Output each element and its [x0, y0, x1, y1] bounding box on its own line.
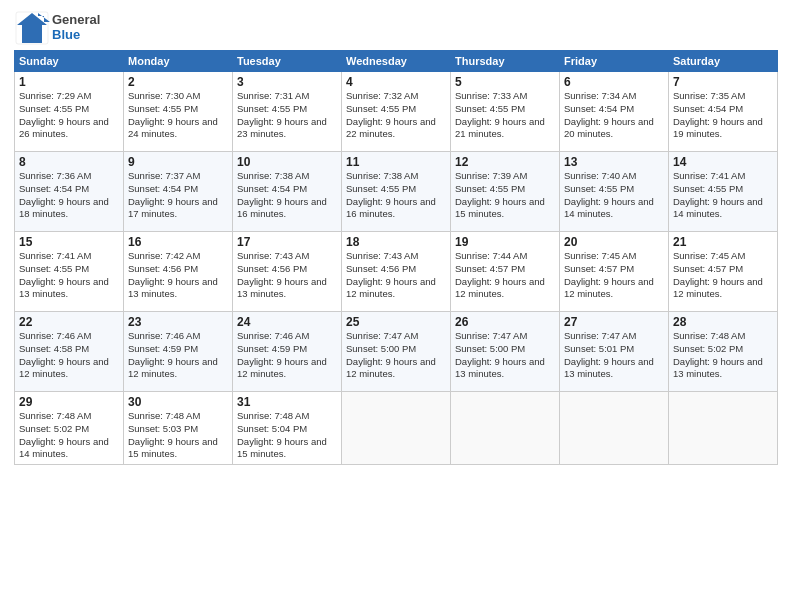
- calendar-cell: 28 Sunrise: 7:48 AM Sunset: 5:02 PM Dayl…: [669, 312, 778, 392]
- calendar-cell: 19 Sunrise: 7:44 AM Sunset: 4:57 PM Dayl…: [451, 232, 560, 312]
- day-number: 4: [346, 75, 446, 89]
- logo-inner: General Blue: [14, 10, 100, 46]
- day-info: Sunrise: 7:48 AM Sunset: 5:03 PM Dayligh…: [128, 410, 228, 461]
- day-number: 12: [455, 155, 555, 169]
- day-number: 2: [128, 75, 228, 89]
- day-info: Sunrise: 7:40 AM Sunset: 4:55 PM Dayligh…: [564, 170, 664, 221]
- calendar-cell: 14 Sunrise: 7:41 AM Sunset: 4:55 PM Dayl…: [669, 152, 778, 232]
- day-info: Sunrise: 7:39 AM Sunset: 4:55 PM Dayligh…: [455, 170, 555, 221]
- calendar-cell: 30 Sunrise: 7:48 AM Sunset: 5:03 PM Dayl…: [124, 392, 233, 465]
- day-number: 29: [19, 395, 119, 409]
- day-info: Sunrise: 7:38 AM Sunset: 4:55 PM Dayligh…: [346, 170, 446, 221]
- calendar-cell: 3 Sunrise: 7:31 AM Sunset: 4:55 PM Dayli…: [233, 72, 342, 152]
- calendar-header-monday: Monday: [124, 51, 233, 72]
- day-number: 26: [455, 315, 555, 329]
- day-number: 1: [19, 75, 119, 89]
- day-number: 31: [237, 395, 337, 409]
- day-number: 7: [673, 75, 773, 89]
- day-info: Sunrise: 7:43 AM Sunset: 4:56 PM Dayligh…: [237, 250, 337, 301]
- day-number: 23: [128, 315, 228, 329]
- calendar-header-saturday: Saturday: [669, 51, 778, 72]
- day-number: 13: [564, 155, 664, 169]
- calendar-cell: 18 Sunrise: 7:43 AM Sunset: 4:56 PM Dayl…: [342, 232, 451, 312]
- calendar-header-wednesday: Wednesday: [342, 51, 451, 72]
- day-info: Sunrise: 7:43 AM Sunset: 4:56 PM Dayligh…: [346, 250, 446, 301]
- page: General Blue SundayMondayTuesdayWednesda…: [0, 0, 792, 612]
- calendar-cell: 4 Sunrise: 7:32 AM Sunset: 4:55 PM Dayli…: [342, 72, 451, 152]
- day-info: Sunrise: 7:48 AM Sunset: 5:02 PM Dayligh…: [673, 330, 773, 381]
- day-number: 19: [455, 235, 555, 249]
- calendar-cell: 7 Sunrise: 7:35 AM Sunset: 4:54 PM Dayli…: [669, 72, 778, 152]
- day-info: Sunrise: 7:45 AM Sunset: 4:57 PM Dayligh…: [673, 250, 773, 301]
- day-info: Sunrise: 7:37 AM Sunset: 4:54 PM Dayligh…: [128, 170, 228, 221]
- day-info: Sunrise: 7:30 AM Sunset: 4:55 PM Dayligh…: [128, 90, 228, 141]
- day-info: Sunrise: 7:46 AM Sunset: 4:58 PM Dayligh…: [19, 330, 119, 381]
- day-info: Sunrise: 7:48 AM Sunset: 5:04 PM Dayligh…: [237, 410, 337, 461]
- day-info: Sunrise: 7:44 AM Sunset: 4:57 PM Dayligh…: [455, 250, 555, 301]
- calendar-cell: 29 Sunrise: 7:48 AM Sunset: 5:02 PM Dayl…: [15, 392, 124, 465]
- calendar-week-4: 22 Sunrise: 7:46 AM Sunset: 4:58 PM Dayl…: [15, 312, 778, 392]
- calendar-table: SundayMondayTuesdayWednesdayThursdayFrid…: [14, 50, 778, 465]
- calendar-cell: 24 Sunrise: 7:46 AM Sunset: 4:59 PM Dayl…: [233, 312, 342, 392]
- calendar-header-friday: Friday: [560, 51, 669, 72]
- calendar-cell: [669, 392, 778, 465]
- calendar-week-5: 29 Sunrise: 7:48 AM Sunset: 5:02 PM Dayl…: [15, 392, 778, 465]
- calendar-week-2: 8 Sunrise: 7:36 AM Sunset: 4:54 PM Dayli…: [15, 152, 778, 232]
- day-number: 22: [19, 315, 119, 329]
- calendar-cell: 5 Sunrise: 7:33 AM Sunset: 4:55 PM Dayli…: [451, 72, 560, 152]
- day-number: 9: [128, 155, 228, 169]
- day-number: 6: [564, 75, 664, 89]
- calendar-header-row: SundayMondayTuesdayWednesdayThursdayFrid…: [15, 51, 778, 72]
- calendar-cell: 27 Sunrise: 7:47 AM Sunset: 5:01 PM Dayl…: [560, 312, 669, 392]
- day-info: Sunrise: 7:46 AM Sunset: 4:59 PM Dayligh…: [128, 330, 228, 381]
- day-info: Sunrise: 7:41 AM Sunset: 4:55 PM Dayligh…: [673, 170, 773, 221]
- header: General Blue: [14, 10, 778, 46]
- calendar-cell: 25 Sunrise: 7:47 AM Sunset: 5:00 PM Dayl…: [342, 312, 451, 392]
- calendar-cell: 23 Sunrise: 7:46 AM Sunset: 4:59 PM Dayl…: [124, 312, 233, 392]
- calendar-week-1: 1 Sunrise: 7:29 AM Sunset: 4:55 PM Dayli…: [15, 72, 778, 152]
- day-number: 11: [346, 155, 446, 169]
- day-number: 25: [346, 315, 446, 329]
- day-number: 20: [564, 235, 664, 249]
- calendar-cell: 22 Sunrise: 7:46 AM Sunset: 4:58 PM Dayl…: [15, 312, 124, 392]
- calendar-cell: [451, 392, 560, 465]
- calendar-cell: 13 Sunrise: 7:40 AM Sunset: 4:55 PM Dayl…: [560, 152, 669, 232]
- day-info: Sunrise: 7:29 AM Sunset: 4:55 PM Dayligh…: [19, 90, 119, 141]
- logo-general-text: General: [52, 13, 100, 28]
- day-number: 30: [128, 395, 228, 409]
- calendar-cell: 10 Sunrise: 7:38 AM Sunset: 4:54 PM Dayl…: [233, 152, 342, 232]
- day-number: 15: [19, 235, 119, 249]
- day-number: 14: [673, 155, 773, 169]
- day-info: Sunrise: 7:47 AM Sunset: 5:00 PM Dayligh…: [346, 330, 446, 381]
- calendar-cell: 9 Sunrise: 7:37 AM Sunset: 4:54 PM Dayli…: [124, 152, 233, 232]
- day-info: Sunrise: 7:38 AM Sunset: 4:54 PM Dayligh…: [237, 170, 337, 221]
- calendar-cell: 8 Sunrise: 7:36 AM Sunset: 4:54 PM Dayli…: [15, 152, 124, 232]
- day-number: 27: [564, 315, 664, 329]
- calendar-cell: 31 Sunrise: 7:48 AM Sunset: 5:04 PM Dayl…: [233, 392, 342, 465]
- calendar-cell: 12 Sunrise: 7:39 AM Sunset: 4:55 PM Dayl…: [451, 152, 560, 232]
- day-info: Sunrise: 7:31 AM Sunset: 4:55 PM Dayligh…: [237, 90, 337, 141]
- calendar-cell: 6 Sunrise: 7:34 AM Sunset: 4:54 PM Dayli…: [560, 72, 669, 152]
- calendar-cell: [342, 392, 451, 465]
- day-number: 16: [128, 235, 228, 249]
- calendar-cell: [560, 392, 669, 465]
- calendar-cell: 26 Sunrise: 7:47 AM Sunset: 5:00 PM Dayl…: [451, 312, 560, 392]
- calendar-cell: 21 Sunrise: 7:45 AM Sunset: 4:57 PM Dayl…: [669, 232, 778, 312]
- day-number: 17: [237, 235, 337, 249]
- day-info: Sunrise: 7:41 AM Sunset: 4:55 PM Dayligh…: [19, 250, 119, 301]
- calendar-cell: 2 Sunrise: 7:30 AM Sunset: 4:55 PM Dayli…: [124, 72, 233, 152]
- day-info: Sunrise: 7:48 AM Sunset: 5:02 PM Dayligh…: [19, 410, 119, 461]
- day-number: 5: [455, 75, 555, 89]
- day-number: 8: [19, 155, 119, 169]
- calendar-cell: 20 Sunrise: 7:45 AM Sunset: 4:57 PM Dayl…: [560, 232, 669, 312]
- day-info: Sunrise: 7:35 AM Sunset: 4:54 PM Dayligh…: [673, 90, 773, 141]
- day-number: 21: [673, 235, 773, 249]
- calendar-cell: 17 Sunrise: 7:43 AM Sunset: 4:56 PM Dayl…: [233, 232, 342, 312]
- calendar-cell: 16 Sunrise: 7:42 AM Sunset: 4:56 PM Dayl…: [124, 232, 233, 312]
- day-number: 3: [237, 75, 337, 89]
- logo: General Blue: [14, 10, 100, 46]
- calendar-cell: 11 Sunrise: 7:38 AM Sunset: 4:55 PM Dayl…: [342, 152, 451, 232]
- day-info: Sunrise: 7:34 AM Sunset: 4:54 PM Dayligh…: [564, 90, 664, 141]
- day-info: Sunrise: 7:36 AM Sunset: 4:54 PM Dayligh…: [19, 170, 119, 221]
- logo-text-block: General Blue: [52, 13, 100, 43]
